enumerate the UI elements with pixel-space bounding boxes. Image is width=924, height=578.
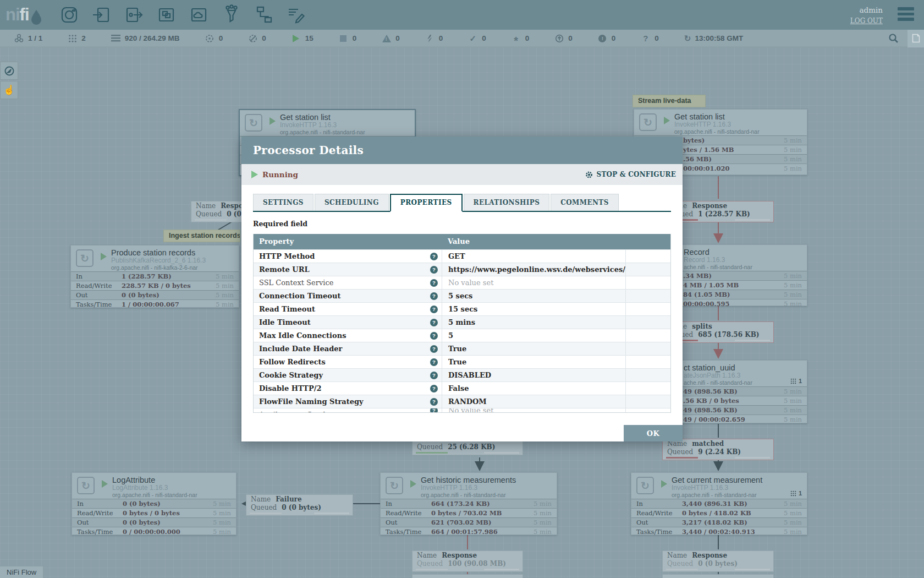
- property-value[interactable]: 5 secs: [442, 290, 625, 302]
- connection-label-response-bottom-mid[interactable]: NameResponseQueued100 (90.08 MB): [412, 550, 523, 572]
- property-row[interactable]: FlowFile Naming Strategy?RANDOM: [254, 395, 670, 408]
- property-row[interactable]: Read Timeout?15 secs: [254, 302, 670, 315]
- logout-link[interactable]: LOG OUT: [850, 17, 883, 25]
- tab-comments[interactable]: COMMENTS: [551, 194, 618, 211]
- partial-connection-label: [412, 574, 523, 578]
- search-button[interactable]: [888, 33, 899, 43]
- property-value[interactable]: DISABLED: [442, 369, 625, 381]
- property-value[interactable]: 5: [442, 329, 625, 342]
- process-group-icon[interactable]: [156, 4, 177, 25]
- help-icon[interactable]: ?: [430, 345, 438, 353]
- funnel-icon[interactable]: [221, 4, 241, 25]
- connection-label-response-right-bottom[interactable]: NameResponseQueued0 (0 bytes): [662, 550, 774, 572]
- status-count-value: 0: [439, 34, 443, 42]
- property-value[interactable]: No value set: [442, 276, 625, 289]
- property-row[interactable]: Include Date Header?True: [254, 342, 670, 355]
- stopped-icon: [339, 34, 348, 43]
- processor-get-historic-measurements[interactable]: ↻Get historic measurementsInvokeHTTP 1.1…: [380, 472, 557, 535]
- property-row[interactable]: Disable HTTP/2?False: [254, 381, 670, 395]
- property-row[interactable]: Idle Timeout?5 mins: [254, 315, 670, 329]
- stat-value: 49 (898.56 KB): [683, 406, 738, 415]
- help-icon[interactable]: ?: [430, 358, 438, 366]
- row-spare-cell: [625, 303, 670, 315]
- help-icon[interactable]: ?: [430, 408, 438, 412]
- processor-logattribute[interactable]: ↻LogAttributeLogAttribute 1.16.3org.apac…: [72, 472, 237, 535]
- property-row[interactable]: Follow Redirects?True: [254, 355, 670, 368]
- breadcrumb[interactable]: NiFi Flow: [0, 566, 43, 578]
- stat-value: 49 (898.56 KB): [683, 387, 738, 396]
- help-icon[interactable]: ?: [430, 279, 438, 287]
- operate-palette-button[interactable]: ☝: [0, 81, 18, 99]
- current-user: admin: [850, 6, 883, 14]
- tab-settings[interactable]: SETTINGS: [253, 194, 314, 211]
- property-value[interactable]: True: [442, 356, 625, 368]
- property-row[interactable]: SSL Context Service?No value set: [254, 276, 670, 289]
- stat-label: Out: [76, 291, 87, 299]
- remote-process-group-icon[interactable]: [189, 4, 209, 25]
- property-value[interactable]: https://www.pegelonline.wsv.de/webservic…: [442, 263, 625, 276]
- processor-bundle: org.apache.nifi - nifi-standard-nar: [280, 129, 415, 136]
- property-row[interactable]: Max Idle Connections?5: [254, 329, 670, 342]
- navigate-palette-button[interactable]: [0, 62, 18, 80]
- help-icon[interactable]: ?: [430, 253, 438, 260]
- property-row[interactable]: HTTP Method?GET: [254, 249, 670, 263]
- help-icon[interactable]: ?: [430, 398, 438, 406]
- status-count-value: 0: [654, 34, 659, 42]
- last-refresh[interactable]: ↻ 13:00:58 GMT: [684, 34, 743, 42]
- property-value[interactable]: RANDOM: [442, 395, 625, 408]
- help-icon[interactable]: ?: [430, 385, 438, 392]
- help-icon[interactable]: ?: [430, 372, 438, 379]
- property-row[interactable]: Cookie Strategy?DISABLED: [254, 368, 670, 381]
- property-row[interactable]: Connection Timeout?5 secs: [254, 289, 670, 302]
- property-value[interactable]: No value set: [442, 408, 625, 412]
- stat-row: In1 (228.57 KB)5 min: [71, 271, 239, 281]
- canvas-label-ingest-station-records[interactable]: Ingest station records: [163, 230, 240, 242]
- queue-progress-bar: [666, 569, 698, 570]
- processor-titles: Get station listInvokeHTTP 1.16.3org.apa…: [280, 110, 415, 135]
- processor-bundle: org.apache.nifi - nifi-standard-nar: [112, 492, 236, 499]
- stat-value: 3,217 (418.02 KB): [682, 518, 747, 527]
- help-icon[interactable]: ?: [430, 319, 438, 326]
- canvas-label-stream-live-data[interactable]: Stream live-data: [632, 95, 706, 107]
- property-value[interactable]: True: [442, 342, 625, 355]
- partial-connection-label: [662, 574, 774, 578]
- property-value[interactable]: 15 secs: [442, 303, 625, 315]
- help-icon[interactable]: ?: [430, 332, 438, 340]
- connection-label-value: Response: [692, 552, 727, 559]
- not-transmitting-icon: [248, 34, 257, 43]
- global-menu-button[interactable]: [898, 7, 914, 21]
- stat-value: 00:00:00.595: [683, 299, 730, 308]
- tab-properties[interactable]: PROPERTIES: [390, 194, 463, 212]
- help-icon[interactable]: ?: [430, 292, 438, 300]
- property-row[interactable]: Attributes to Send?No value set: [254, 408, 670, 412]
- ok-button[interactable]: OK: [624, 425, 683, 441]
- property-value[interactable]: False: [442, 382, 625, 395]
- tab-scheduling[interactable]: SCHEDULING: [315, 194, 389, 211]
- processor-bundle: ache.nifi - nifi-standard-nar: [684, 380, 807, 386]
- input-port-icon[interactable]: [91, 4, 112, 25]
- processor-produce-station-records[interactable]: ↻Produce station recordsPublishKafkaReco…: [70, 245, 239, 308]
- help-icon[interactable]: ?: [430, 306, 438, 313]
- property-value[interactable]: 5 mins: [442, 316, 625, 329]
- processor-stats: In664 (173.24 KB)5 minRead/Write0 bytes …: [381, 499, 557, 536]
- property-value[interactable]: GET: [442, 250, 625, 263]
- template-icon[interactable]: [254, 4, 274, 25]
- connection-label-value: 100 (90.08 MB): [448, 560, 506, 568]
- tab-relationships[interactable]: RELATIONSHIPS: [464, 194, 550, 211]
- running-state-icon: [251, 171, 258, 178]
- output-port-icon[interactable]: [124, 4, 144, 25]
- property-row[interactable]: Remote URL?https://www.pegelonline.wsv.d…: [254, 263, 670, 276]
- property-name: Cookie Strategy: [254, 369, 426, 381]
- label-icon[interactable]: [286, 4, 306, 25]
- bulletin-board-button[interactable]: [908, 30, 924, 47]
- stop-and-configure-button[interactable]: STOP & CONFIGURE: [585, 171, 676, 179]
- connection-label-failure[interactable]: NameFailureQueued0 (0 bytes): [246, 494, 353, 516]
- processor-icon[interactable]: [59, 4, 79, 25]
- processor-header: ↻Produce station recordsPublishKafkaReco…: [71, 246, 239, 271]
- help-icon[interactable]: ?: [430, 266, 438, 274]
- stat-value: .34 MB): [683, 271, 712, 280]
- processor-header: ↻Get station listInvokeHTTP 1.16.3org.ap…: [634, 110, 807, 135]
- connection-label-matched[interactable]: NamematchedQueued9 (2.24 KB): [662, 439, 774, 460]
- processor-get-current-measurement[interactable]: ↻Get current measurementInvokeHTTP 1.16.…: [631, 472, 807, 535]
- status-up-to-date-count: ✓0: [468, 34, 486, 43]
